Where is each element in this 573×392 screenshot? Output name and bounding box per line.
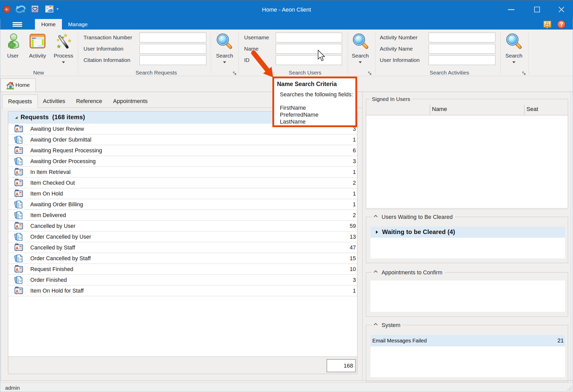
svg-text:?: ? <box>560 21 563 28</box>
